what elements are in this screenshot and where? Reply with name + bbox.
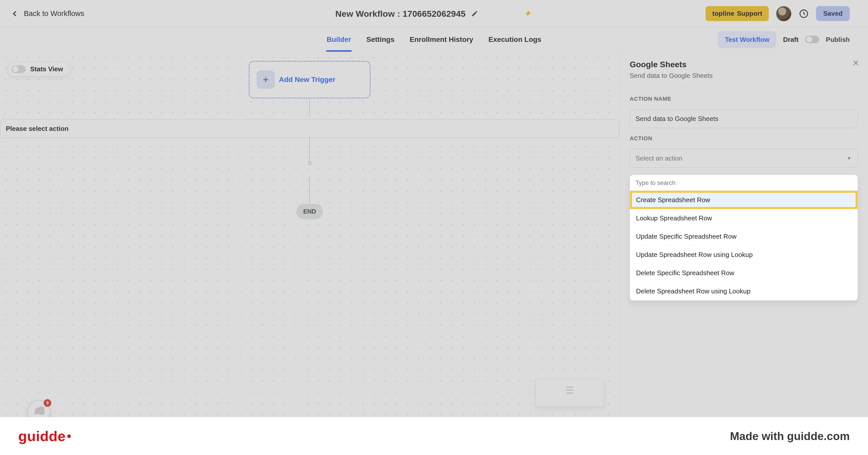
test-workflow-button[interactable]: Test Workflow [718, 31, 776, 48]
stats-label: Stats View [30, 65, 63, 73]
add-trigger-node[interactable]: Add New Trigger [249, 61, 371, 98]
option-lookup-row[interactable]: Lookup Spreadsheet Row [630, 209, 858, 227]
made-with-guidde: Made with guidde.com [730, 430, 850, 443]
plus-icon [257, 70, 275, 89]
footer: guidde Made with guidde.com [0, 417, 868, 455]
side-panel: Google Sheets Send data to Google Sheets… [619, 52, 868, 417]
subheader-right: Test Workflow Draft Publish [718, 31, 850, 48]
support-brand: topline [712, 10, 734, 18]
publish-label: Publish [826, 35, 850, 43]
close-icon [852, 59, 859, 66]
workflow-title: New Workflow : 1706652062945 [335, 9, 465, 19]
tabs: Builder Settings Enrollment History Exec… [326, 29, 542, 50]
support-button[interactable]: topline Support [706, 6, 769, 21]
chevron-left-icon [10, 9, 19, 18]
guidde-logo: guidde [18, 428, 71, 444]
minimap[interactable] [535, 379, 604, 407]
stats-toggle[interactable] [11, 65, 26, 73]
action-select-placeholder: Select an action [636, 155, 682, 162]
subheader: Builder Settings Enrollment History Exec… [0, 27, 868, 52]
option-delete-specific[interactable]: Delete Specific Spreadsheet Row [630, 264, 858, 282]
chat-icon [33, 406, 44, 417]
support-label: Support [737, 10, 763, 18]
panel-header: Google Sheets Send data to Google Sheets [620, 52, 868, 87]
main: Stats View Add New Trigger Please select… [0, 52, 868, 417]
panel-title: Google Sheets [630, 60, 858, 69]
publish-toggle[interactable] [805, 36, 819, 43]
action-kicker: ACTION [630, 135, 858, 142]
option-update-specific[interactable]: Update Specific Spreadsheet Row [630, 227, 858, 246]
back-label: Back to Workflows [24, 9, 84, 18]
action-select[interactable]: Select an action ▾ [630, 149, 858, 168]
avatar[interactable] [776, 6, 792, 22]
bolt-icon [525, 10, 533, 18]
header-right: topline Support Saved [706, 6, 850, 22]
panel-subtitle: Send data to Google Sheets [630, 72, 858, 79]
select-action-pill[interactable]: Please select action [0, 119, 619, 138]
connector-line [309, 98, 310, 117]
panel-body: ACTION NAME Send data to Google Sheets A… [620, 87, 868, 309]
add-trigger-label: Add New Trigger [279, 75, 335, 84]
tab-builder[interactable]: Builder [326, 29, 351, 50]
action-name-input[interactable]: Send data to Google Sheets [630, 109, 858, 128]
edit-icon[interactable] [471, 10, 478, 17]
action-dropdown: Create Spreadsheet Row Lookup Spreadshee… [630, 175, 858, 300]
chat-badge: 9 [44, 399, 51, 407]
draft-label: Draft [783, 35, 799, 43]
tab-enrollment[interactable]: Enrollment History [409, 29, 474, 50]
connector-line [309, 137, 310, 163]
connector-dot [308, 161, 311, 165]
chat-launcher[interactable]: 9 [27, 400, 50, 417]
tab-settings[interactable]: Settings [366, 29, 395, 50]
canvas[interactable]: Stats View Add New Trigger Please select… [0, 52, 619, 417]
close-panel[interactable] [851, 58, 861, 68]
option-delete-lookup[interactable]: Delete Spreadsheet Row using Lookup [630, 282, 858, 300]
option-update-lookup[interactable]: Update Spreadsheet Row using Lookup [630, 246, 858, 264]
dropdown-search[interactable] [630, 175, 858, 191]
action-name-kicker: ACTION NAME [630, 96, 858, 102]
connector-line [309, 176, 310, 204]
stats-view-toggle[interactable]: Stats View [8, 62, 70, 76]
history-icon[interactable] [799, 9, 809, 19]
header: Back to Workflows New Workflow : 1706652… [0, 0, 868, 27]
header-center: New Workflow : 1706652062945 [335, 9, 532, 19]
tab-execution[interactable]: Execution Logs [488, 29, 541, 50]
caret-icon: ▾ [848, 155, 852, 162]
end-pill: END [297, 204, 323, 219]
back-to-workflows[interactable]: Back to Workflows [10, 9, 84, 18]
saved-button[interactable]: Saved [816, 6, 850, 21]
option-create-row[interactable]: Create Spreadsheet Row [630, 191, 858, 209]
